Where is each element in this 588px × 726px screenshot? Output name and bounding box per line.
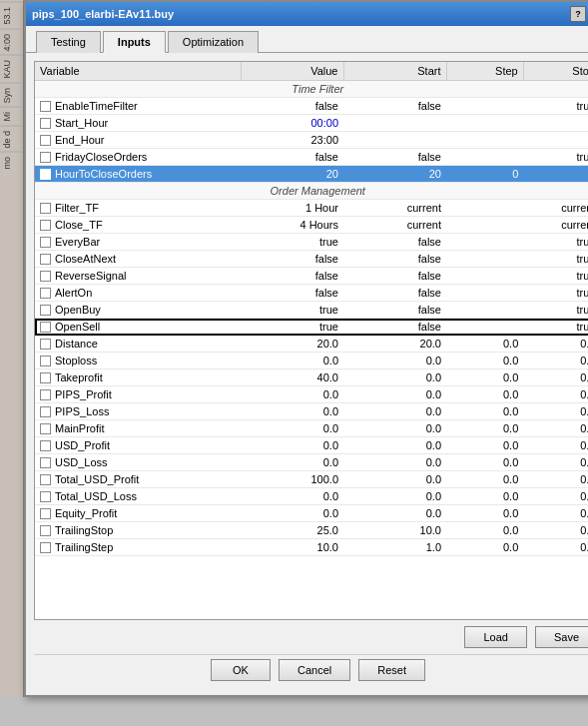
title-bar-buttons[interactable]: ? ✕ [570,6,588,22]
ok-button[interactable]: OK [211,659,271,681]
section-row: Order Management [35,183,588,200]
help-button[interactable]: ? [570,6,586,22]
table-row[interactable]: PIPS_Profit0.00.00.00.0 [35,386,588,403]
tab-inputs[interactable]: Inputs [103,31,166,53]
col-value: Value [241,62,343,81]
cancel-button[interactable]: Cancel [279,659,350,681]
col-variable: Variable [35,62,241,81]
table-row[interactable]: End_Hour23:00 [35,132,588,149]
table-row[interactable]: TrailingStop25.010.00.00.0 [35,522,588,539]
app-sidebar: 53.1 4:00 KAU Syn Mi de d mo [0,0,24,697]
col-start: Start [343,62,446,81]
sidebar-item-4: Syn [0,83,23,108]
table-row[interactable]: USD_Loss0.00.00.00.0 [35,454,588,471]
inputs-table: Variable Value Start Step Stop Time Filt… [35,62,588,556]
table-row[interactable]: Takeprofit40.00.00.00.0 [35,369,588,386]
table-row[interactable]: EveryBartruefalsetrue [35,234,588,251]
save-button[interactable]: Save [535,626,588,648]
table-row[interactable]: Total_USD_Loss0.00.00.00.0 [35,488,588,505]
table-row[interactable]: USD_Profit0.00.00.00.0 [35,437,588,454]
table-row[interactable]: Stoploss0.00.00.00.0 [35,353,588,369]
table-row[interactable]: OpenSelltruefalsetrue [35,319,588,336]
title-bar: pips_100_elarbi-EAv11.buy ? ✕ [26,2,588,26]
table-row[interactable]: ReverseSignalfalsefalsetrue [35,268,588,285]
table-row[interactable]: HourToCloseOrders202000 [35,166,588,183]
load-button[interactable]: Load [464,626,526,648]
window-title: pips_100_elarbi-EAv11.buy [32,8,174,20]
table-row[interactable]: Start_Hour00:00 [35,115,588,132]
sidebar-item-5: Mi [0,107,23,126]
table-row[interactable]: OpenBuytruefalsetrue [35,302,588,319]
table-row[interactable]: TrailingStep10.01.00.00.0 [35,539,588,556]
table-row[interactable]: Total_USD_Profit100.00.00.00.0 [35,471,588,488]
sidebar-item-2: 4:00 [0,29,23,56]
table-row[interactable]: Equity_Profit0.00.00.00.0 [35,505,588,522]
table-row[interactable]: MainProfit0.00.00.00.0 [35,420,588,437]
tabs-bar: Testing Inputs Optimization [26,26,588,53]
sidebar-item-1: 53.1 [0,2,23,29]
sidebar-item-3: KAU [0,55,23,83]
table-row[interactable]: PIPS_Loss0.00.00.00.0 [35,403,588,420]
table-row[interactable]: CloseAtNextfalsefalsetrue [35,251,588,268]
col-step: Step [446,62,523,81]
col-stop: Stop [523,62,588,81]
section-row: Time Filter [35,81,588,98]
load-save-buttons: Load Save [34,620,588,654]
inputs-table-container: Variable Value Start Step Stop Time Filt… [34,61,588,620]
tab-optimization[interactable]: Optimization [168,31,259,53]
ok-cancel-reset-buttons: OK Cancel Reset [34,654,588,687]
sidebar-item-6: de d [0,126,23,153]
table-row[interactable]: Close_TF4 Hourscurrentcurrent [35,217,588,234]
main-content: Variable Value Start Step Stop Time Filt… [26,53,588,695]
table-row[interactable]: Distance20.020.00.00.0 [35,336,588,353]
table-row[interactable]: Filter_TF1 Hourcurrentcurrent [35,200,588,217]
table-header-row: Variable Value Start Step Stop [35,62,588,81]
table-row[interactable]: FridayCloseOrdersfalsefalsetrue [35,149,588,166]
sidebar-item-7: mo [0,152,23,174]
tab-testing[interactable]: Testing [36,31,101,53]
reset-button[interactable]: Reset [358,659,425,681]
table-row[interactable]: AlertOnfalsefalsetrue [35,285,588,302]
table-row[interactable]: EnableTimeFilterfalsefalsetrue [35,98,588,115]
